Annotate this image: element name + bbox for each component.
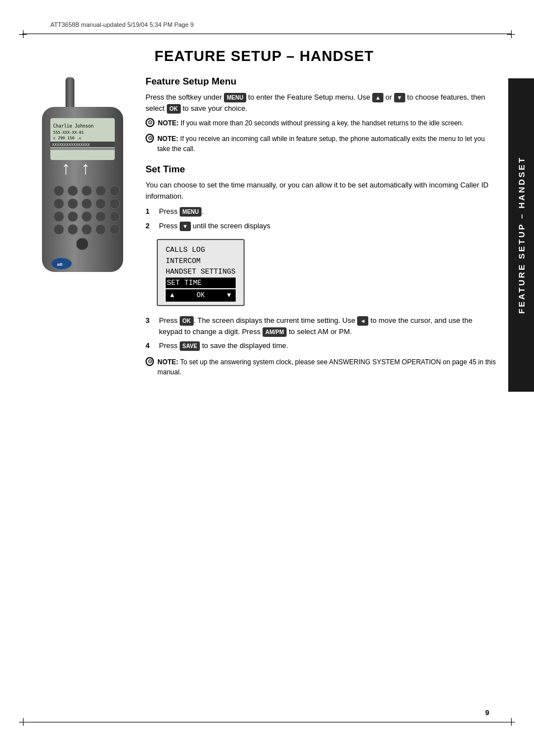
note1-icon: ⊙ <box>146 118 154 127</box>
step1-menu-btn: MENU <box>180 207 202 217</box>
main-content: FEATURE SETUP – HANDSET <box>31 42 498 383</box>
svg-point-16 <box>54 199 64 209</box>
step1-num: 1 <box>146 206 153 217</box>
svg-point-31 <box>76 238 88 250</box>
svg-point-27 <box>68 224 78 234</box>
svg-text:Charlie Johnson: Charlie Johnson <box>53 124 93 129</box>
svg-point-29 <box>96 224 106 234</box>
step4-num: 4 <box>146 340 153 351</box>
page-border-top <box>22 34 512 34</box>
svg-text:↑: ↑ <box>62 158 71 178</box>
page-number: 9 <box>485 708 489 717</box>
set-time-heading: Set Time <box>146 164 498 175</box>
svg-rect-8 <box>50 148 115 150</box>
svg-point-18 <box>82 199 92 209</box>
down-arrow-btn: ▼ <box>394 93 405 102</box>
page-title: FEATURE SETUP – HANDSET <box>31 48 498 65</box>
svg-point-15 <box>110 186 120 196</box>
svg-point-17 <box>68 199 78 209</box>
note2-icon: ⊙ <box>146 134 154 143</box>
svg-text:↑: ↑ <box>81 158 90 178</box>
note1-text: NOTE: If you wait more than 20 seconds w… <box>158 118 463 128</box>
svg-point-24 <box>96 212 106 222</box>
step-1: 1 Press MENU. <box>146 206 498 217</box>
header-text: ATT3658B manual-updated 5/19/04 5:34 PM … <box>50 21 194 28</box>
note3-text: NOTE: To set up the answering system clo… <box>157 357 498 377</box>
step3-text: Press OK. The screen displays the curren… <box>159 315 498 337</box>
svg-point-25 <box>110 212 120 222</box>
menu-btn: MENU <box>224 93 246 102</box>
feature-setup-intro: Press the softkey under MENU to enter th… <box>146 92 498 114</box>
step2-down-btn: ▼ <box>180 222 191 231</box>
nav-ok: OK <box>196 290 204 300</box>
svg-point-23 <box>82 212 92 222</box>
svg-point-21 <box>54 212 64 222</box>
sidebar-tab: FEATURE SETUP – HANDSET <box>508 78 534 392</box>
svg-point-30 <box>110 224 120 234</box>
crosshair-topleft <box>19 30 27 38</box>
step3-ok-btn: OK <box>180 316 194 326</box>
phone-svg: Charlie Johnson 555-XXX-XX-01 c 299 150 … <box>31 76 134 278</box>
svg-point-26 <box>54 224 64 234</box>
step2-text: Press ▼ until the screen displays <box>159 220 270 232</box>
svg-point-13 <box>82 186 92 196</box>
screen-nav-bar: ▲ OK ▼ <box>166 289 236 302</box>
note3-icon: ⊙ <box>146 357 154 366</box>
page-border-bottom <box>22 722 512 722</box>
step4-text: Press SAVE to save the displayed time. <box>159 340 288 351</box>
step-4: 4 Press SAVE to save the displayed time. <box>146 340 498 351</box>
screen-line-2: INTERCOM <box>166 256 236 267</box>
note2-text: NOTE: If you receive an incoming call wh… <box>157 134 498 154</box>
step3-ampm-btn: AM/PM <box>263 327 287 337</box>
svg-point-28 <box>82 224 92 234</box>
text-to-enter: to enter the Feature Setup menu. Use <box>248 93 372 101</box>
phone-image-area: Charlie Johnson 555-XXX-XX-01 c 299 150 … <box>31 76 134 280</box>
step1-text: Press MENU. <box>159 206 204 217</box>
svg-point-19 <box>96 199 106 209</box>
svg-text:XXXXXXXXXXXXXXXX: XXXXXXXXXXXXXXXX <box>52 143 90 147</box>
nav-down: ▼ <box>227 290 231 300</box>
note2: ⊙ NOTE: If you receive an incoming call … <box>146 134 498 154</box>
set-time-intro: You can choose to set the time manually,… <box>146 180 498 201</box>
svg-text:c 299 150 .c: c 299 150 .c <box>53 136 82 140</box>
feature-setup-heading: Feature Setup Menu <box>146 76 498 87</box>
screen-line-1: CALLS LOG <box>166 245 236 256</box>
nav-up: ▲ <box>170 290 174 300</box>
svg-point-14 <box>96 186 106 196</box>
content-layout: Charlie Johnson 555-XXX-XX-01 c 299 150 … <box>31 76 498 383</box>
note1: ⊙ NOTE: If you wait more than 20 seconds… <box>146 118 498 128</box>
step4-save-btn: SAVE <box>180 341 200 351</box>
svg-point-22 <box>68 212 78 222</box>
screen-display: CALLS LOG INTERCOM HANDSET SETTINGS SET … <box>157 239 245 306</box>
note3: ⊙ NOTE: To set up the answering system c… <box>146 357 498 377</box>
ok-btn-inline: OK <box>167 104 181 114</box>
text-press-softkey: Press the softkey under <box>146 93 224 101</box>
crosshair-topright <box>507 30 515 38</box>
screen-line-selected: SET TIME <box>166 278 236 289</box>
sidebar-tab-text: FEATURE SETUP – HANDSET <box>517 156 526 314</box>
svg-point-12 <box>68 186 78 196</box>
text-or: or <box>386 93 394 101</box>
screen-line-3: HANDSET SETTINGS <box>166 266 236 278</box>
svg-point-20 <box>110 199 120 209</box>
svg-text:555-XXX-XX-01: 555-XXX-XX-01 <box>53 130 84 135</box>
text-save: to save your choice. <box>182 104 247 112</box>
step2-num: 2 <box>146 220 153 232</box>
step-2: 2 Press ▼ until the screen displays <box>146 220 498 232</box>
screen-display-area: CALLS LOG INTERCOM HANDSET SETTINGS SET … <box>146 234 498 311</box>
feature-setup-menu-section: Feature Setup Menu Press the softkey und… <box>146 76 498 383</box>
set-time-section: Set Time You can choose to set the time … <box>146 164 498 377</box>
svg-point-11 <box>54 186 64 196</box>
step-3: 3 Press OK. The screen displays the curr… <box>146 315 498 337</box>
step3-num: 3 <box>146 315 153 326</box>
up-arrow-btn: ▲ <box>372 93 383 102</box>
svg-text:att: att <box>57 262 63 267</box>
step3-left-btn: ◄ <box>357 316 368 326</box>
